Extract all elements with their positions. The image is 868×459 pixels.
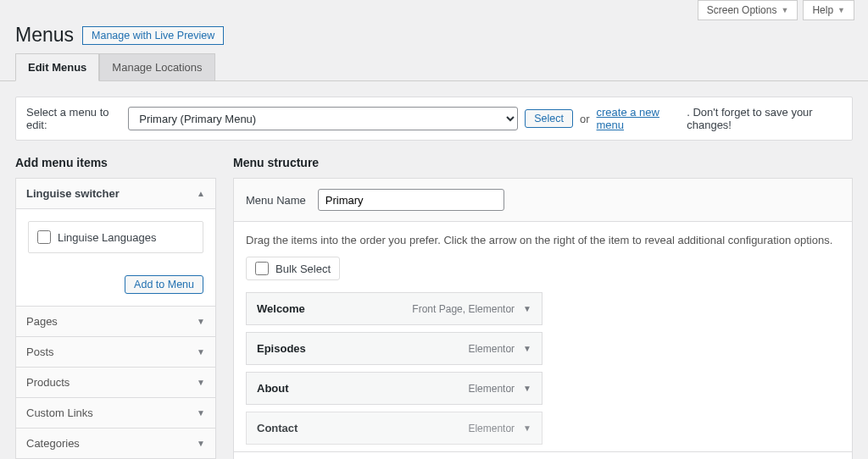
metabox-pages-head[interactable]: Pages ▼ bbox=[16, 306, 215, 337]
menu-item-type: Elementor bbox=[468, 383, 515, 395]
add-items-title: Add menu items bbox=[15, 156, 216, 169]
bulk-select-label: Bulk Select bbox=[275, 263, 331, 275]
chevron-down-icon: ▼ bbox=[197, 317, 205, 326]
bulk-select-checkbox[interactable] bbox=[255, 262, 269, 275]
live-preview-button[interactable]: Manage with Live Preview bbox=[82, 26, 224, 45]
menu-name-input[interactable] bbox=[318, 189, 504, 211]
menu-item-title: About bbox=[257, 382, 289, 395]
metabox-container: Linguise switcher ▲ Linguise Languages A… bbox=[15, 178, 216, 459]
chevron-down-icon: ▼ bbox=[523, 344, 531, 353]
menu-item[interactable]: Contact Elementor ▼ bbox=[246, 412, 542, 445]
menu-item-title: Episodes bbox=[257, 342, 306, 355]
drag-hint-text: Drag the items into the order you prefer… bbox=[246, 234, 840, 246]
create-new-menu-link[interactable]: create a new menu bbox=[597, 106, 681, 131]
bulk-select-row[interactable]: Bulk Select bbox=[246, 257, 340, 280]
chevron-down-icon: ▼ bbox=[197, 378, 205, 387]
metabox-posts-head[interactable]: Posts ▼ bbox=[16, 337, 215, 368]
menu-name-label: Menu Name bbox=[246, 194, 306, 207]
help-label: Help bbox=[812, 4, 833, 16]
metabox-categories-head[interactable]: Categories ▼ bbox=[16, 429, 215, 458]
select-menu-button[interactable]: Select bbox=[525, 109, 573, 128]
chevron-down-icon: ▼ bbox=[837, 6, 845, 14]
select-menu-label: Select a menu to edit: bbox=[26, 106, 121, 131]
metabox-linguise-head[interactable]: Linguise switcher ▲ bbox=[16, 179, 215, 209]
screen-options-label: Screen Options bbox=[707, 4, 777, 16]
menu-item[interactable]: Welcome Front Page, Elementor ▼ bbox=[246, 292, 542, 325]
menu-item-type: Front Page, Elementor bbox=[412, 303, 515, 315]
select-tail-text: . Don't forget to save your changes! bbox=[687, 106, 842, 131]
add-to-menu-button[interactable]: Add to Menu bbox=[125, 275, 203, 294]
metabox-custom-links-head[interactable]: Custom Links ▼ bbox=[16, 398, 215, 429]
metabox-products-head[interactable]: Products ▼ bbox=[16, 368, 215, 398]
chevron-down-icon: ▼ bbox=[781, 6, 788, 14]
metabox-linguise-title: Linguise switcher bbox=[26, 187, 120, 200]
chevron-down-icon: ▼ bbox=[523, 423, 531, 433]
page-title: Menus bbox=[15, 24, 74, 47]
or-text: or bbox=[580, 113, 590, 125]
menu-select-panel: Select a menu to edit: Primary (Primary … bbox=[15, 97, 853, 141]
menu-structure-title: Menu structure bbox=[233, 156, 853, 169]
chevron-down-icon: ▼ bbox=[197, 439, 205, 448]
help-button[interactable]: Help ▼ bbox=[803, 0, 854, 20]
menu-item[interactable]: About Elementor ▼ bbox=[246, 372, 542, 405]
menu-item-title: Welcome bbox=[257, 302, 305, 315]
chevron-down-icon: ▼ bbox=[197, 408, 205, 418]
chevron-down-icon: ▼ bbox=[523, 384, 531, 393]
menu-structure-box: Menu Name Drag the items into the order … bbox=[233, 178, 853, 459]
menu-item-title: Contact bbox=[257, 422, 298, 434]
screen-options-button[interactable]: Screen Options ▼ bbox=[698, 0, 798, 20]
metabox-linguise-body: Linguise Languages bbox=[16, 209, 215, 265]
menu-select-dropdown[interactable]: Primary (Primary Menu) bbox=[128, 107, 518, 130]
chevron-down-icon: ▼ bbox=[197, 347, 205, 357]
menu-item[interactable]: Episodes Elementor ▼ bbox=[246, 332, 542, 365]
tab-edit-menus[interactable]: Edit Menus bbox=[15, 53, 99, 81]
linguise-languages-checkbox-row[interactable]: Linguise Languages bbox=[28, 221, 203, 253]
menu-item-type: Elementor bbox=[468, 423, 515, 434]
chevron-down-icon: ▼ bbox=[523, 304, 531, 313]
linguise-languages-checkbox[interactable] bbox=[37, 230, 51, 244]
chevron-up-icon: ▲ bbox=[197, 189, 205, 198]
menu-item-type: Elementor bbox=[468, 343, 515, 355]
linguise-languages-label: Linguise Languages bbox=[58, 231, 156, 244]
tab-manage-locations[interactable]: Manage Locations bbox=[99, 53, 214, 80]
